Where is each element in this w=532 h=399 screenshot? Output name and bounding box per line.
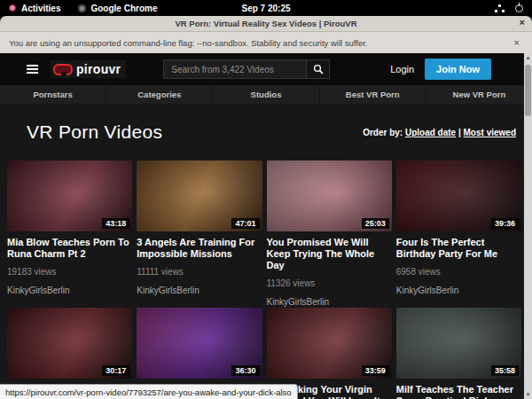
chrome-icon: [78, 4, 86, 12]
power-icon[interactable]: [515, 4, 523, 12]
video-card[interactable]: 25:03 You Promised We Will Keep Trying T…: [267, 160, 392, 308]
video-card[interactable]: 47:01 3 Angels Are Training For Impossib…: [137, 160, 262, 308]
order-by-label: Order by:: [363, 128, 403, 137]
nav-item-best-vr-porn[interactable]: Best VR Porn: [320, 85, 426, 104]
nav-item-studios[interactable]: Studios: [213, 85, 319, 104]
duration-badge: 35:58: [491, 365, 519, 376]
nav-item-categories[interactable]: Categories: [106, 85, 213, 104]
activities-button[interactable]: Activities: [21, 4, 60, 13]
video-thumbnail[interactable]: 43:18: [7, 160, 132, 231]
duration-badge: 43:18: [102, 218, 129, 229]
video-studio-link[interactable]: KinkyGirlsBerlin: [137, 286, 262, 296]
vertical-scrollbar[interactable]: ▲ ▼: [524, 53, 532, 399]
search-icon: [313, 64, 324, 74]
join-now-button[interactable]: Join Now: [425, 59, 491, 80]
video-views: 11111 views: [137, 267, 262, 277]
site-logo[interactable]: pirouvr: [51, 60, 126, 78]
video-title[interactable]: You Promised We Will Keep Trying The Who…: [267, 237, 392, 271]
activities-label: Activities: [21, 4, 60, 13]
scroll-up-icon[interactable]: ▲: [526, 53, 531, 62]
video-title[interactable]: Milf Teaches The Teacher Some Practical …: [396, 384, 521, 399]
vr-goggles-icon: [53, 64, 73, 75]
duration-badge: 39:36: [491, 218, 519, 229]
window-close-button[interactable]: ×: [520, 17, 525, 27]
window-title: VR Porn: Virtual Reality Sex Videos | Pi…: [175, 19, 356, 28]
video-thumbnail[interactable]: 25:03: [267, 160, 392, 231]
page-heading-row: VR Porn Videos Order by: Upload date | M…: [0, 104, 532, 160]
order-by-most-viewed-link[interactable]: Most viewed: [464, 128, 516, 137]
nav-item-new-vr-porn[interactable]: New VR Porn: [426, 85, 532, 104]
video-thumbnail[interactable]: 36:30: [137, 308, 262, 379]
flag-warning-close-icon[interactable]: ×: [514, 37, 523, 48]
video-thumbnail[interactable]: 47:01: [137, 160, 262, 231]
video-card[interactable]: 39:36 Four Is The Perfect Birthday Party…: [396, 160, 521, 308]
video-thumbnail[interactable]: 39:36: [396, 160, 521, 231]
page-title: VR Porn Videos: [27, 121, 162, 143]
duration-badge: 30:17: [102, 365, 129, 376]
video-studio-link[interactable]: KinkyGirlsBerlin: [7, 286, 132, 296]
order-by-upload-date-link[interactable]: Upload date: [405, 128, 456, 137]
network-icon[interactable]: [495, 4, 505, 12]
order-by: Order by: Upload date | Most viewed: [363, 128, 516, 137]
login-link[interactable]: Login: [385, 60, 419, 78]
video-grid: 43:18 Mia Blow Teaches Porn To Runa Char…: [0, 160, 532, 399]
duration-badge: 25:03: [362, 218, 389, 229]
status-url-tooltip: https://pirouvr.com/vr-porn-video/779325…: [0, 384, 298, 399]
video-thumbnail[interactable]: 33:59: [267, 308, 392, 379]
duration-badge: 47:01: [231, 218, 259, 229]
scroll-down-icon[interactable]: ▼: [526, 390, 531, 399]
site-nav: Pornstars Categories Studios Best VR Por…: [0, 85, 532, 104]
video-views: 11326 views: [267, 278, 392, 288]
video-title[interactable]: Mia Blow Teaches Porn To Runa Charm Pt 2: [7, 237, 132, 260]
menu-icon[interactable]: [27, 65, 38, 74]
nav-item-pornstars[interactable]: Pornstars: [0, 85, 106, 104]
video-studio-link[interactable]: KinkyGirlsBerlin: [396, 286, 521, 296]
search-input[interactable]: [163, 59, 307, 79]
screen: Activities Google Chrome Sep 7 20:25 VR …: [0, 0, 532, 399]
window-titlebar[interactable]: VR Porn: Virtual Reality Sex Videos | Pi…: [0, 16, 532, 32]
chrome-flag-warning-bar: You are using an unsupported command-lin…: [0, 32, 532, 53]
flag-warning-text: You are using an unsupported command-lin…: [9, 38, 368, 48]
video-title[interactable]: 3 Angels Are Training For Impossible Mis…: [137, 237, 262, 260]
logo-text: pirouvr: [76, 62, 121, 76]
record-indicator-icon: [9, 4, 16, 12]
duration-badge: 33:59: [362, 365, 389, 376]
scrollbar-thumb[interactable]: [525, 65, 531, 116]
video-card[interactable]: 43:18 Mia Blow Teaches Porn To Runa Char…: [7, 160, 132, 308]
app-menu-button[interactable]: Google Chrome: [78, 4, 157, 13]
video-thumbnail[interactable]: 35:58: [396, 308, 521, 379]
search-button[interactable]: [307, 59, 330, 79]
video-studio-link[interactable]: KinkyGirlsBerlin: [267, 297, 392, 308]
video-views: 19183 views: [7, 267, 132, 277]
video-title[interactable]: Four Is The Perfect Birthday Party For M…: [396, 237, 521, 260]
gnome-top-bar: Activities Google Chrome Sep 7 20:25: [0, 0, 532, 16]
browser-viewport: pirouvr Login Join Now Pornstars Categor…: [0, 53, 532, 399]
site-header: pirouvr Login Join Now: [0, 53, 532, 85]
video-views: 6958 views: [396, 267, 521, 277]
video-card[interactable]: 35:58 Milf Teaches The Teacher Some Prac…: [396, 308, 521, 399]
app-menu-label: Google Chrome: [90, 4, 157, 13]
duration-badge: 36:30: [231, 365, 259, 376]
video-thumbnail[interactable]: 30:17: [7, 308, 132, 379]
